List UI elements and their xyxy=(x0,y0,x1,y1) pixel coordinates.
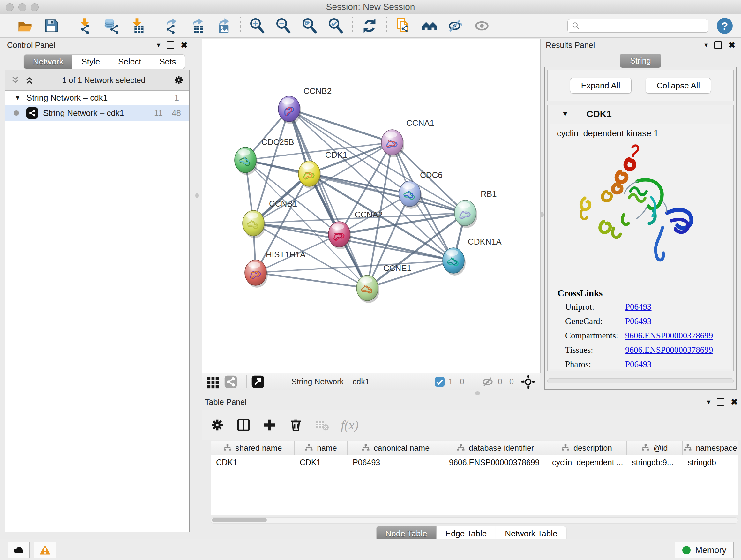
export-network-icon[interactable] xyxy=(163,17,179,34)
show-columns-icon[interactable] xyxy=(236,418,251,432)
import-network-file-icon[interactable] xyxy=(77,17,93,34)
close-panel-icon[interactable]: ✖ xyxy=(731,397,738,407)
toolbar-separator xyxy=(473,375,473,388)
new-network-from-selection-icon[interactable] xyxy=(395,17,412,34)
tab-network[interactable]: Network xyxy=(23,54,72,69)
window-controls[interactable] xyxy=(6,3,39,11)
tab-select[interactable]: Select xyxy=(109,54,150,69)
gene-description: cyclin–dependent kinase 1 xyxy=(550,124,731,138)
zoom-selected-region-icon[interactable] xyxy=(327,17,344,34)
column-header-description[interactable]: description xyxy=(547,441,627,455)
table-horizontal-scrollbar[interactable] xyxy=(211,517,738,523)
close-panel-icon[interactable]: ✖ xyxy=(728,40,735,50)
expand-all-button[interactable]: Expand All xyxy=(570,78,631,94)
network-edge[interactable] xyxy=(289,109,392,142)
collapse-gene-icon[interactable]: ▼ xyxy=(562,110,569,118)
selected-indicator-checkbox[interactable] xyxy=(435,377,445,387)
close-window-button[interactable] xyxy=(6,3,14,11)
column-header-namespace[interactable]: namespace xyxy=(683,441,738,455)
import-network-database-icon[interactable] xyxy=(103,17,119,34)
crosslinks-title: CrossLinks xyxy=(550,280,731,300)
zoom-fit-content-icon[interactable] xyxy=(301,17,318,34)
network-options-gear-icon[interactable] xyxy=(173,75,184,85)
grid-view-icon[interactable] xyxy=(206,375,219,388)
crosslink-link[interactable]: P06493 xyxy=(625,360,652,369)
save-session-icon[interactable] xyxy=(43,17,59,34)
tab-style[interactable]: Style xyxy=(72,54,109,69)
zoom-out-icon[interactable] xyxy=(275,17,292,34)
node-label: CDKN1A xyxy=(468,237,502,246)
table-row[interactable]: CDK1CDK1P064939606.ENSP00000378699cyclin… xyxy=(211,455,738,470)
memory-button[interactable]: Memory xyxy=(675,542,734,558)
column-header-shared-name[interactable]: shared name xyxy=(211,441,294,455)
apply-layout-icon[interactable] xyxy=(361,17,378,34)
network-row-selected[interactable]: String Network – cdk1 11 48 xyxy=(5,105,189,121)
export-image-icon[interactable] xyxy=(215,17,232,34)
first-neighbors-icon[interactable] xyxy=(421,17,438,34)
detach-view-icon[interactable] xyxy=(251,375,265,388)
hide-selected-icon[interactable] xyxy=(448,17,464,34)
network-edge[interactable] xyxy=(339,234,454,260)
network-node-RB1[interactable]: RB1 xyxy=(455,189,497,228)
crosslink-link[interactable]: P06493 xyxy=(625,302,652,312)
network-canvas[interactable]: CCNB2CCNA1CDC25BCDK1CDC6RB1CCNB1CCNA2CDK… xyxy=(202,39,541,373)
tab-sets[interactable]: Sets xyxy=(150,54,185,69)
function-builder-icon: f(x) xyxy=(341,418,359,433)
splitter-handle[interactable] xyxy=(475,391,480,395)
float-panel-icon[interactable] xyxy=(714,41,722,49)
warnings-button[interactable] xyxy=(34,542,56,558)
fit-selected-crosshair-icon[interactable] xyxy=(521,374,536,389)
scrollbar-thumb[interactable] xyxy=(212,518,267,522)
gene-section-header[interactable]: ▼ CDK1 xyxy=(548,105,733,123)
show-all-icon[interactable] xyxy=(474,17,490,34)
float-panel-icon[interactable] xyxy=(166,41,174,49)
crosslink-link[interactable]: 9606.ENSP00000378699 xyxy=(625,345,713,355)
column-header--id[interactable]: @id xyxy=(627,441,683,455)
crosslink-link[interactable]: P06493 xyxy=(625,316,652,326)
table-cell: P06493 xyxy=(347,455,444,470)
column-header-canonical-name[interactable]: canonical name xyxy=(347,441,444,455)
open-file-icon[interactable] xyxy=(17,17,33,34)
table-options-gear-icon[interactable] xyxy=(210,418,225,432)
expand-all-networks-icon[interactable] xyxy=(10,75,20,85)
network-node-CDKN1A[interactable]: CDKN1A xyxy=(443,237,502,275)
panel-menu-icon[interactable]: ▾ xyxy=(704,41,708,49)
create-column-icon[interactable] xyxy=(262,418,277,432)
crosslink-label: Uniprot: xyxy=(565,302,625,312)
float-panel-icon[interactable] xyxy=(717,398,724,406)
import-table-file-icon[interactable] xyxy=(129,17,145,34)
search-input[interactable] xyxy=(580,21,704,30)
network-view-icon[interactable] xyxy=(224,375,238,388)
network-edge[interactable] xyxy=(256,273,367,288)
column-header-database-identifier[interactable]: database identifier xyxy=(444,441,547,455)
results-horizontal-scrollbar[interactable] xyxy=(547,378,734,383)
crosslink-link[interactable]: 9606.ENSP00000378699 xyxy=(625,331,713,341)
table-cell: CDK1 xyxy=(211,455,294,470)
network-edge[interactable] xyxy=(289,109,465,213)
network-icon xyxy=(26,107,38,119)
minimize-window-button[interactable] xyxy=(18,3,26,11)
network-node-HIST1H1A[interactable]: HIST1H1A xyxy=(245,250,306,288)
zoom-in-icon[interactable] xyxy=(249,17,266,34)
help-button[interactable]: ? xyxy=(717,18,733,34)
cloud-status-button[interactable] xyxy=(8,542,30,558)
collapse-all-button[interactable]: Collapse All xyxy=(646,78,711,94)
collapse-collection-icon[interactable]: ▼ xyxy=(14,94,21,102)
panel-menu-icon[interactable]: ▾ xyxy=(157,41,160,49)
delete-column-icon[interactable] xyxy=(288,418,303,432)
maximize-window-button[interactable] xyxy=(30,3,39,11)
close-panel-icon[interactable]: ✖ xyxy=(181,40,188,50)
network-graph[interactable]: CCNB2CCNA1CDC25BCDK1CDC6RB1CCNB1CCNA2CDK… xyxy=(202,39,540,373)
tab-string[interactable]: String xyxy=(620,54,661,68)
column-header-name[interactable]: name xyxy=(294,441,347,455)
table-header-row: shared namenamecanonical namedatabase id… xyxy=(211,441,738,455)
search-box[interactable] xyxy=(567,19,709,33)
network-edge[interactable] xyxy=(367,194,410,288)
export-table-icon[interactable] xyxy=(189,17,205,34)
splitter-handle[interactable] xyxy=(195,193,199,198)
node-label: CDK1 xyxy=(325,150,347,160)
network-node-CCNA1[interactable]: CCNA1 xyxy=(381,118,434,158)
collapse-all-networks-icon[interactable] xyxy=(24,75,34,85)
network-collection-row[interactable]: ▼ String Network – cdk1 1 xyxy=(5,91,189,105)
panel-menu-icon[interactable]: ▾ xyxy=(707,398,711,406)
